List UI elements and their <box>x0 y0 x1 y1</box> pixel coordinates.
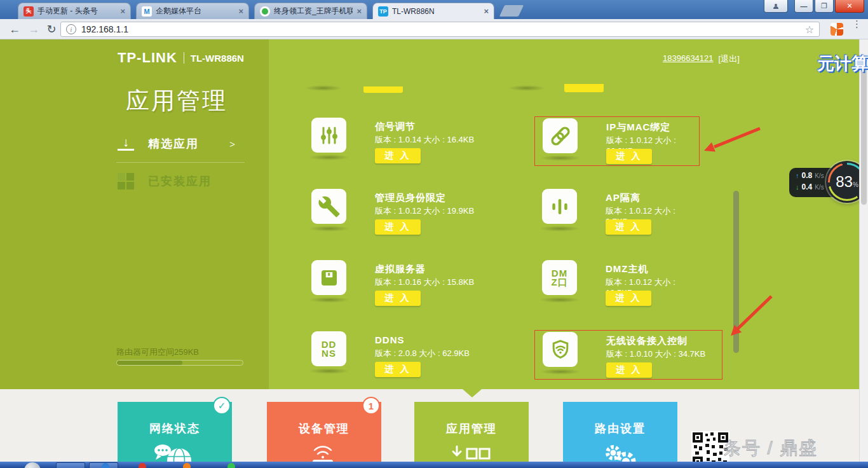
app-card: 信号调节 版本 : 1.0.14 大小 : 16.4KB 进 入 <box>304 116 526 166</box>
app-meta: 版本 : 2.0.8 大小 : 62.9KB <box>375 348 470 359</box>
app-icon-shadow <box>309 368 349 374</box>
app-icon-shadow <box>309 155 349 160</box>
app-name: DDNS <box>375 334 405 345</box>
model-name: TL-WR886N <box>191 53 244 64</box>
reload-button[interactable]: ↻ <box>43 21 60 38</box>
window-controls: — ❐ ✕ <box>764 0 864 13</box>
app-icon-shadow <box>309 226 349 231</box>
tab-close-icon[interactable]: × <box>356 7 362 15</box>
app-name: 无线设备接入控制 <box>606 335 688 347</box>
app-name: AP隔离 <box>606 192 641 204</box>
tab-title: 企鹅媒体平台 <box>156 6 234 17</box>
back-button[interactable]: ← <box>6 21 23 38</box>
page-scrollbar-thumb[interactable] <box>861 65 867 205</box>
active-tab-notch <box>463 389 482 397</box>
page-scrollbar[interactable] <box>859 39 868 468</box>
app-enter-button[interactable]: 进 入 <box>606 291 651 306</box>
account-number-link[interactable]: 18396634121 <box>663 53 714 65</box>
check-badge-icon: ✓ <box>213 397 231 415</box>
taskbar-button[interactable] <box>56 462 85 468</box>
DMZ主机-text-icon: DMZ口 <box>542 260 577 295</box>
app-icon-shadow <box>539 226 580 231</box>
app-enter-button[interactable]: 进 入 <box>375 219 421 235</box>
app-name: 信号调节 <box>375 121 416 133</box>
app-icon-shadow <box>539 297 580 303</box>
app-icon-shadow <box>309 297 349 303</box>
brand-name: TP-LINK <box>118 50 177 66</box>
tplink-favicon-icon: TP <box>378 6 388 17</box>
watermark-text: 条号 / 鼎盛 <box>723 436 818 460</box>
app-enter-button-partial[interactable] <box>363 86 403 93</box>
brand-logo: TP-LINK TL-WR886N <box>118 50 244 66</box>
tab-close-icon[interactable]: × <box>238 7 243 15</box>
logout-link[interactable]: [退出] <box>719 53 740 65</box>
browser-tab[interactable]: 终身领工资_王牌手机联 × <box>254 3 367 19</box>
app-enter-button[interactable]: 进 入 <box>375 148 421 163</box>
page-title: 应用管理 <box>126 85 227 117</box>
bottom-nav-appsnav[interactable]: 应用管理 <box>414 402 529 468</box>
app-meta: 版本 : 1.0.12 大小 : 19.9KB <box>375 205 474 217</box>
bottom-nav-router[interactable]: 路由设置 <box>563 402 677 468</box>
account-area: 18396634121 [退出] <box>663 53 740 65</box>
minimize-button[interactable]: — <box>794 0 813 13</box>
download-arrow-icon: ↓ <box>796 183 799 191</box>
app-enter-button[interactable]: 进 入 <box>606 149 652 164</box>
app-card: 虚拟服务器 版本 : 1.0.16 大小 : 15.8KB 进 入 <box>304 259 526 308</box>
address-bar[interactable]: i 192.168.1.1 ☆ <box>60 22 820 37</box>
upload-speed: 0.8 <box>802 171 813 180</box>
browser-tab[interactable]: 头 手动更新 - 头条号 × <box>18 3 131 19</box>
tab-close-icon[interactable]: × <box>120 7 125 15</box>
tab-close-icon[interactable]: × <box>484 7 489 15</box>
notification-badge: 1 <box>362 397 380 415</box>
app-enter-button[interactable]: 进 入 <box>375 291 421 306</box>
link-icon <box>543 118 578 153</box>
taskbar-app-icon[interactable] <box>102 463 109 468</box>
taskbar[interactable] <box>0 462 868 468</box>
app-enter-button[interactable]: 进 入 <box>375 362 421 377</box>
DDNS-text-icon: DDNS <box>311 331 346 366</box>
extension-icon[interactable] <box>831 23 843 36</box>
storage-progress-fill <box>117 361 182 365</box>
app-meta: 版本 : 1.0.10 大小 : 34.7KB <box>606 348 705 360</box>
app-enter-button[interactable]: 进 入 <box>606 362 652 378</box>
download-icon: ↓ <box>118 137 134 151</box>
browser-tab[interactable]: M 企鹅媒体平台 × <box>136 3 249 19</box>
app-icon-shadow <box>508 85 545 91</box>
app-icon-shadow <box>540 369 581 375</box>
upload-arrow-icon: ↑ <box>796 172 799 179</box>
router-page: TP-LINK TL-WR886N 18396634121 [退出] 应用管理 … <box>0 39 859 389</box>
tab-title: 手动更新 - 头条号 <box>37 6 116 17</box>
browser-menu-icon[interactable]: ⋮ <box>852 21 861 27</box>
url-text[interactable]: 192.168.1.1 <box>81 24 800 34</box>
nav-label: 应用管理 <box>414 421 529 436</box>
profile-button[interactable] <box>764 0 788 13</box>
isolation-icon <box>542 189 577 224</box>
content-scrollbar-thumb[interactable] <box>733 191 739 353</box>
nav-label: 网络状态 <box>118 421 232 436</box>
taskbar-app-icon[interactable] <box>227 463 235 468</box>
percent-value: 83 <box>836 173 853 191</box>
sidebar-item-installed-apps[interactable]: 已安装应用 <box>118 173 212 189</box>
sidebar-item-featured-apps[interactable]: ↓ 精选应用 > <box>118 136 235 151</box>
bookmark-star-icon[interactable]: ☆ <box>805 24 814 36</box>
battery-percent-widget[interactable]: 83 % <box>826 161 859 203</box>
tab-strip: 头 手动更新 - 头条号 × M 企鹅媒体平台 × 终身领工资_王牌手机联 × … <box>0 0 868 19</box>
brand-divider <box>184 52 184 64</box>
app-card: 管理员身份限定 版本 : 1.0.12 大小 : 19.9KB 进 入 <box>304 188 526 237</box>
app-enter-button-partial[interactable] <box>564 84 604 92</box>
grid-icon <box>118 173 134 189</box>
download-speed: 0.4 <box>802 182 813 191</box>
app-enter-button[interactable]: 进 入 <box>606 219 651 235</box>
browser-tab[interactable]: TP TL-WR886N × <box>372 3 494 19</box>
app-card: AP隔离 版本 : 1.0.12 大小 : 9.7KB 进 入 <box>534 188 700 237</box>
server-icon <box>311 260 346 295</box>
info-icon[interactable]: i <box>66 24 76 34</box>
forward-button[interactable]: → <box>25 21 42 38</box>
maximize-button[interactable]: ❐ <box>815 0 834 13</box>
sidebar-divider <box>116 162 245 163</box>
storage-label: 路由器可用空间259KB <box>116 347 199 358</box>
taskbar-app-icon[interactable] <box>139 463 146 468</box>
close-window-button[interactable]: ✕ <box>835 0 864 13</box>
taskbar-app-icon[interactable] <box>183 463 191 468</box>
new-tab-button[interactable] <box>499 5 524 17</box>
